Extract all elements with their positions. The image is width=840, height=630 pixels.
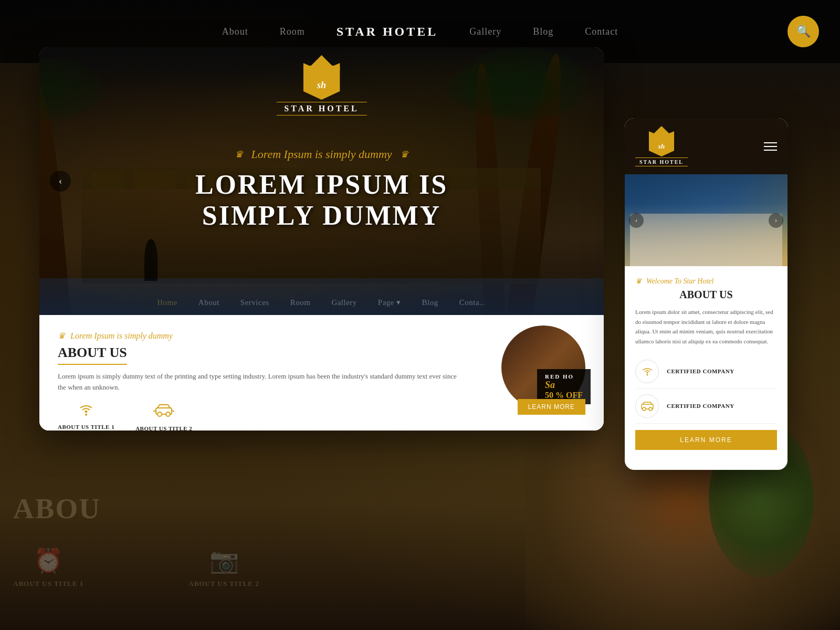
mobile-hotel-building — [630, 214, 782, 266]
palm-leaves-left — [39, 58, 102, 121]
hamburger-line-2 — [764, 146, 777, 147]
mobile-shield: sh — [649, 133, 674, 156]
carousel-prev-button[interactable]: ‹ — [50, 171, 71, 192]
mobile-shield-text: sh — [658, 142, 665, 151]
feature-wifi: ABOUT US TITLE 1 — [58, 403, 114, 430]
hero-section: sh STAR HOTEL Home About Services Room G… — [39, 47, 604, 315]
hamburger-line-3 — [764, 150, 777, 151]
hero-content: ♛ Lorem Ipsum is simply dummy ♛ LOREM IP… — [181, 148, 463, 231]
about-label: ♛ Lorem Ipsum is simply dummy — [58, 331, 465, 341]
bg-nav-gallery: Gallery — [469, 26, 501, 37]
crown-about-icon: ♛ — [58, 331, 65, 341]
mobile-wifi-icon — [635, 360, 659, 383]
svg-point-8 — [643, 407, 646, 411]
palm-leaves-right2 — [446, 63, 551, 116]
mobile-hero-image: ‹ › — [625, 174, 788, 266]
svg-point-6 — [646, 374, 648, 376]
desktop-about-section: ♛ Lorem Ipsum is simply dummy ABOUT US L… — [39, 315, 604, 430]
person-silhouette — [144, 239, 158, 281]
mobile-feature-1: CERTIFIED COMPANY — [635, 354, 777, 389]
svg-point-9 — [649, 407, 652, 411]
mobile-feature-2: CERTIFIED COMPANY — [635, 389, 777, 424]
feature-car-label: ABOUT US TITLE 2 — [135, 425, 192, 430]
promo-name: RED HO — [545, 373, 583, 380]
mobile-feature-1-label: CERTIFIED COMPANY — [667, 368, 734, 374]
mobile-welcome: ♛ Welcome To Star Hotel — [635, 277, 777, 286]
feature-wifi-label: ABOUT US TITLE 1 — [58, 424, 114, 430]
mobile-carousel-next[interactable]: › — [769, 213, 783, 228]
about-right-content: RED HO Sa 50 % OFF LEARN MORE — [480, 331, 585, 415]
mobile-about-section: ♛ Welcome To Star Hotel ABOUT US Lorem i… — [625, 266, 788, 460]
mobile-card: sh STAR HOTEL ‹ › ♛ Welcome To Star Hote… — [625, 118, 788, 470]
desktop-logo: sh STAR HOTEL — [276, 55, 366, 116]
desktop-card: sh STAR HOTEL Home About Services Room G… — [39, 47, 604, 430]
mobile-crown-icon: ♛ — [635, 277, 642, 286]
logo-crown-wrapper: sh — [301, 55, 343, 100]
feature-car: ABOUT US TITLE 2 — [135, 403, 192, 430]
bg-search-button[interactable]: 🔍 — [788, 16, 819, 47]
svg-point-0 — [85, 414, 87, 416]
promo-cursive: Sa — [545, 380, 583, 391]
bg-brand: STAR HOTEL — [337, 25, 438, 39]
crown-right-icon: ♛ — [400, 149, 408, 160]
about-description: Lorem ipsum is simply dummy text of the … — [58, 371, 465, 393]
hamburger-menu-button[interactable] — [764, 142, 777, 151]
mobile-hotel-sim — [625, 203, 788, 266]
car-icon — [153, 403, 174, 421]
crown-left-icon: ♛ — [235, 149, 243, 160]
mobile-brand-name: STAR HOTEL — [635, 158, 688, 166]
bg-nav-contact: Contact — [585, 26, 618, 37]
mobile-carousel-prev[interactable]: ‹ — [629, 213, 644, 228]
wifi-icon — [78, 403, 94, 419]
bg-nav-room: Room — [280, 26, 305, 37]
bg-nav-blog: Blog — [533, 26, 553, 37]
svg-point-3 — [166, 412, 170, 416]
mobile-feature-2-label: CERTIFIED COMPANY — [667, 403, 734, 409]
mobile-crown-wrapper: sh — [647, 126, 676, 156]
mobile-about-title: ABOUT US — [635, 289, 777, 301]
about-title: ABOUT US — [58, 345, 127, 365]
hamburger-line-1 — [764, 142, 777, 143]
mobile-about-text: Lorem ipsum dolor sit amet, consectetur … — [635, 307, 777, 346]
hero-subtitle: ♛ Lorem Ipsum is simply dummy ♛ — [181, 148, 463, 161]
hero-title: LOREM IPSUM IS SIMPLY DUMMY — [181, 169, 463, 231]
about-features: ABOUT US TITLE 1 ABOUT US TITLE 2 — [58, 403, 465, 430]
desktop-brand-name: STAR HOTEL — [276, 102, 366, 116]
roof-segment2 — [134, 171, 176, 189]
bg-nav-about: About — [222, 26, 248, 37]
learn-more-button[interactable]: LEARN MORE — [518, 399, 585, 415]
mobile-car-icon — [635, 394, 659, 418]
svg-point-2 — [158, 412, 162, 416]
mobile-learn-more-button[interactable]: LEARN MORE — [635, 430, 777, 450]
mobile-header: sh STAR HOTEL — [625, 118, 788, 174]
mobile-logo: sh STAR HOTEL — [635, 126, 688, 166]
about-left-content: ♛ Lorem Ipsum is simply dummy ABOUT US L… — [58, 331, 465, 415]
shield-text: sh — [317, 80, 326, 91]
water-reflection — [39, 278, 604, 315]
shield-body: sh — [303, 66, 340, 100]
roof-segment1 — [92, 173, 123, 189]
